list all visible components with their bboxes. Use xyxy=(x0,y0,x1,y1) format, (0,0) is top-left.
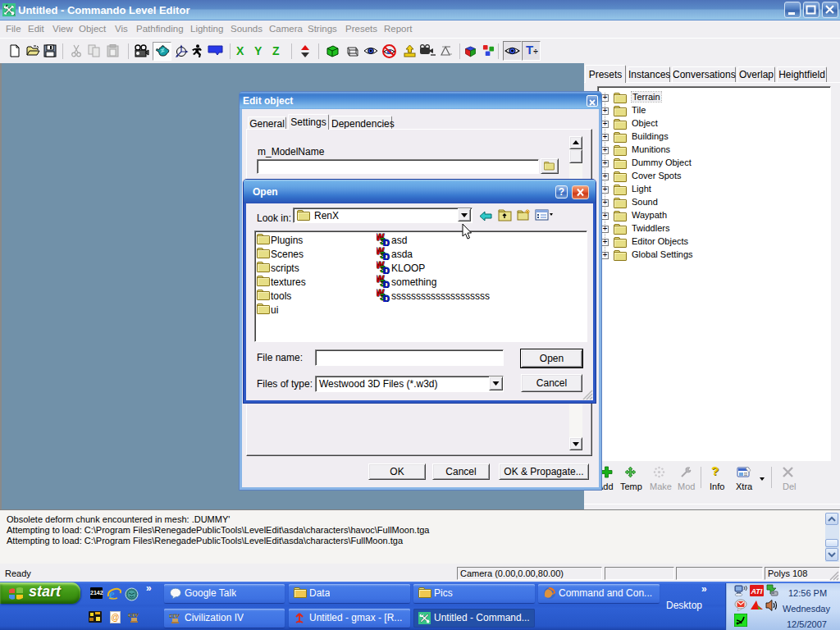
svg-text:D: D xyxy=(383,280,390,288)
svg-text:D: D xyxy=(383,266,390,274)
svg-text:D: D xyxy=(383,252,390,260)
svg-text:ATI: ATI xyxy=(751,587,763,596)
svg-text:D: D xyxy=(383,238,390,246)
svg-text:D: D xyxy=(383,294,390,302)
svg-text:CIV: CIV xyxy=(128,612,139,619)
svg-text:CIV: CIV xyxy=(169,613,180,619)
